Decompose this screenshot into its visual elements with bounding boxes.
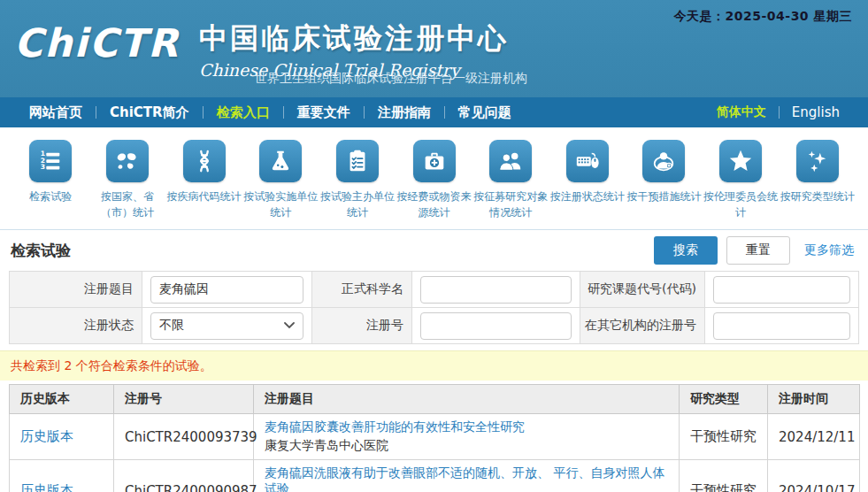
people-icon <box>489 140 532 182</box>
flask-icon <box>259 140 302 182</box>
site-title-zh: 中国临床试验注册中心 <box>199 19 509 58</box>
reg-number-input[interactable] <box>420 312 572 340</box>
quicklinks-bar: 123 检索试验 按国家、省（市）统计 按疾病代码统计 <box>0 127 868 230</box>
other-reg-input[interactable] <box>713 312 850 340</box>
quicklink-by-study-type[interactable]: 按研究类型统计 <box>779 140 856 229</box>
quicklink-by-ethics-committee[interactable]: 按伦理委员会统计 <box>703 140 780 229</box>
reg-status-select[interactable]: 不限 <box>150 312 303 340</box>
table-row: 历史版本 ChiCTR2400093739 麦角硫因胶囊改善肝功能的有效性和安全… <box>10 414 860 460</box>
study-code-label: 研究课题代号(代码) <box>580 272 705 308</box>
sparkles-icon <box>796 140 839 182</box>
medical-kit-icon <box>413 140 456 182</box>
quicklink-by-site[interactable]: 按试验实施单位统计 <box>242 140 319 229</box>
quicklink-search-trials[interactable]: 123 检索试验 <box>12 140 89 229</box>
study-type-cell: 干预性研究 <box>680 460 768 492</box>
quicklink-label: 按干预措施统计 <box>626 188 703 204</box>
search-button[interactable]: 搜索 <box>654 236 718 265</box>
lang-english[interactable]: English <box>780 104 852 120</box>
svg-text:3: 3 <box>41 163 45 171</box>
nav-item-search-entry[interactable]: 检索入口 <box>204 104 283 121</box>
more-filters-link[interactable]: 更多筛选 <box>804 242 854 258</box>
reg-date-cell: 2024/10/17 <box>768 460 860 492</box>
history-version-link[interactable]: 历史版本 <box>20 428 73 444</box>
main-nav: 网站首页 ChiCTR简介 检索入口 重要文件 注册指南 常见问题 简体中文 E… <box>0 97 868 127</box>
column-header-title: 注册题目 <box>254 385 680 414</box>
nav-item-faq[interactable]: 常见问题 <box>445 104 525 121</box>
reg-title-input[interactable] <box>150 276 303 304</box>
reg-title-label: 注册题目 <box>10 272 142 308</box>
quicklink-by-recruitment[interactable]: 按征募研究对象情况统计 <box>472 140 549 229</box>
chevron-down-icon <box>284 322 295 329</box>
quicklink-label: 检索试验 <box>12 188 89 204</box>
reg-status-selected-value: 不限 <box>159 318 184 334</box>
reg-number-cell: ChiCTR2400093739 <box>114 414 254 460</box>
current-date: 今天是：2025-04-30 星期三 <box>674 9 852 25</box>
quicklink-by-disease-code[interactable]: 按疾病代码统计 <box>165 140 242 229</box>
site-header: 今天是：2025-04-30 星期三 ChiCTR 中国临床试验注册中心 Chi… <box>0 0 868 97</box>
quicklink-label: 按伦理委员会统计 <box>703 188 780 220</box>
reg-number-cell: ChiCTR2400090987 <box>114 460 254 492</box>
reset-button[interactable]: 重置 <box>726 236 790 265</box>
doctor-icon <box>642 140 685 182</box>
quicklink-label: 按试验主办单位统计 <box>319 188 396 220</box>
nav-item-home[interactable]: 网站首页 <box>16 104 96 121</box>
quicklink-label: 按经费或物资来源统计 <box>396 188 472 220</box>
star-icon <box>719 140 762 182</box>
keyboard-mouse-icon <box>566 140 609 182</box>
nav-item-guide[interactable]: 注册指南 <box>365 104 444 121</box>
scientific-name-input[interactable] <box>420 276 572 304</box>
reg-status-label: 注册状态 <box>10 308 142 344</box>
column-header-history: 历史版本 <box>10 385 114 414</box>
clipboard-icon <box>336 140 379 182</box>
quicklink-by-sponsor[interactable]: 按试验主办单位统计 <box>319 140 396 229</box>
nav-item-about[interactable]: ChiCTR简介 <box>96 104 203 121</box>
table-row: 历史版本 ChiCTR2400090987 麦角硫因洗眼液有助于改善眼部不适的随… <box>10 460 860 492</box>
world-map-icon <box>106 140 149 182</box>
nav-item-documents[interactable]: 重要文件 <box>284 104 364 121</box>
reg-number-label: 注册号 <box>312 308 412 344</box>
result-count-banner: 共检索到 2 个符合检索条件的试验。 <box>0 350 868 381</box>
lang-simplified-chinese[interactable]: 简体中文 <box>704 104 779 120</box>
quicklink-label: 按研究类型统计 <box>779 188 856 204</box>
search-form: 注册题目 正式科学名 研究课题代号(代码) 注册状态 不限 注册号 在其它机构的… <box>9 271 859 344</box>
dna-icon <box>183 140 226 182</box>
chictr-logo[interactable]: ChiCTR <box>14 18 180 68</box>
quicklink-label: 按试验实施单位统计 <box>242 188 319 220</box>
column-header-type: 研究类型 <box>680 385 768 414</box>
study-code-input[interactable] <box>713 276 850 304</box>
trial-title-link[interactable]: 麦角硫因胶囊改善肝功能的有效性和安全性研究 <box>265 419 668 435</box>
institution-name: 康复大学青岛中心医院 <box>265 438 668 454</box>
quicklink-by-funding[interactable]: 按经费或物资来源统计 <box>396 140 472 229</box>
search-section-header: 检索试验 搜索 重置 更多筛选 <box>0 230 868 271</box>
column-header-regno: 注册号 <box>114 385 254 414</box>
scientific-name-label: 正式科学名 <box>312 272 412 308</box>
trial-title-link[interactable]: 麦角硫因洗眼液有助于改善眼部不适的随机、开放、 平行、自身对照人体试验 <box>265 465 668 492</box>
quicklink-label: 按注册状态统计 <box>549 188 626 204</box>
who-subtitle: 世界卫生组织国际临床试验注册平台一级注册机构 <box>255 71 527 87</box>
quicklink-by-intervention[interactable]: 按干预措施统计 <box>626 140 703 229</box>
quicklink-label: 按疾病代码统计 <box>165 188 242 204</box>
quicklink-by-country[interactable]: 按国家、省（市）统计 <box>89 140 166 229</box>
page-title: 检索试验 <box>11 241 71 261</box>
other-reg-label: 在其它机构的注册号 <box>580 308 705 344</box>
history-version-link[interactable]: 历史版本 <box>20 482 73 492</box>
column-header-date: 注册时间 <box>768 385 860 414</box>
quicklink-by-reg-status[interactable]: 按注册状态统计 <box>549 140 626 229</box>
quicklink-label: 按国家、省（市）统计 <box>89 188 166 220</box>
quicklink-label: 按征募研究对象情况统计 <box>472 188 549 220</box>
reg-date-cell: 2024/12/11 <box>768 414 860 460</box>
results-table: 历史版本 注册号 注册题目 研究类型 注册时间 历史版本 ChiCTR24000… <box>9 384 860 492</box>
numbered-list-icon: 123 <box>29 140 72 182</box>
study-type-cell: 干预性研究 <box>680 414 768 460</box>
